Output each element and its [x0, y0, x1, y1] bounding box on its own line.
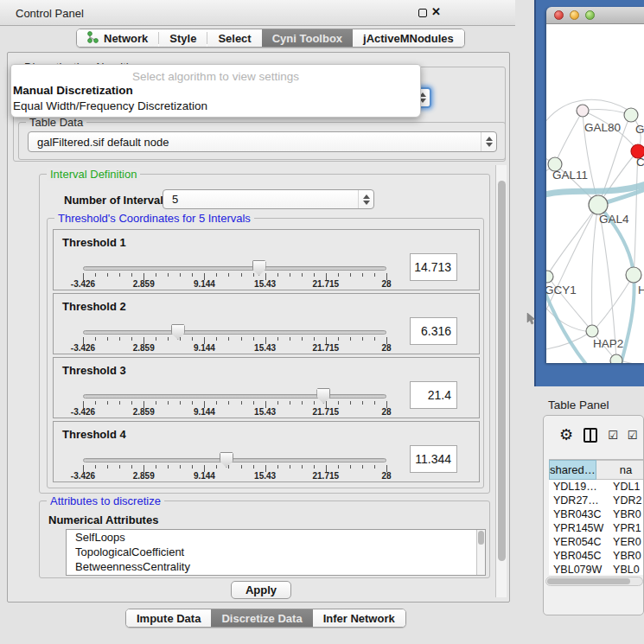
table-cell: YBR043C: [549, 507, 611, 521]
number-of-intervals-combobox[interactable]: 5: [163, 189, 374, 209]
threshold-slider-track[interactable]: [83, 266, 386, 271]
float-window-icon[interactable]: [418, 9, 427, 17]
combo-stepper-icon: [481, 132, 496, 151]
threshold-panel: Threshold 1-3.4262.8599.14415.4321.71528…: [53, 229, 480, 290]
dropdown-option[interactable]: Manual Discretization: [11, 83, 420, 99]
table-cell: YDL19…: [549, 480, 611, 494]
node-table[interactable]: shared…na YDL19…YDL1YDR27…YDR2YBR043CYBR…: [549, 459, 644, 575]
minimize-traffic-light-icon[interactable]: [570, 10, 579, 20]
scrollbar-thumb[interactable]: [547, 578, 630, 584]
gear-icon[interactable]: ⚙: [559, 427, 573, 443]
table-row[interactable]: YBR043CYBR0: [549, 507, 644, 521]
tab-label: Cyni Toolbox: [272, 32, 342, 45]
threshold-slider-track[interactable]: [83, 330, 386, 335]
table-row[interactable]: YER054CYER0: [549, 535, 644, 549]
network-edge[interactable]: [555, 111, 583, 164]
threshold-value-field[interactable]: 21.4: [410, 381, 457, 409]
table-data-value: galFiltered.sif default node: [29, 136, 481, 149]
table-row[interactable]: YDR27…YDR2: [549, 494, 644, 507]
network-edge[interactable]: [546, 205, 598, 320]
threshold-slider-track[interactable]: [83, 458, 386, 462]
tab-infer-network[interactable]: Infer Network: [313, 609, 405, 627]
tab-label: Impute Data: [137, 612, 201, 625]
node-label: HAP2: [593, 337, 623, 350]
tab-impute-data[interactable]: Impute Data: [126, 609, 211, 627]
tab-jactivemnodules[interactable]: jActiveMNodules: [353, 29, 464, 47]
zoom-traffic-light-icon[interactable]: [585, 10, 595, 20]
slider-tick-labels: -3.4262.8599.14415.4321.71528: [83, 471, 386, 481]
dropdown-placeholder: Select algorithm to view settings: [11, 65, 420, 83]
network-canvas[interactable]: GAL80GGAL11CGAL4GCY1HHAP2: [546, 24, 644, 363]
attribute-list-item[interactable]: BetweennessCentrality: [67, 559, 485, 574]
tab-style[interactable]: Style: [159, 29, 207, 47]
numerical-attributes-list[interactable]: SelfLoopsTopologicalCoefficientBetweenne…: [66, 529, 486, 576]
threshold-slider-track[interactable]: [83, 394, 386, 399]
table-row[interactable]: YBL079WYBL0: [549, 563, 644, 575]
table-row[interactable]: YPR145WYPR1: [549, 521, 644, 535]
tab-network[interactable]: Network: [77, 29, 158, 47]
tab-label: Discretize Data: [221, 612, 302, 625]
table-data-combobox[interactable]: galFiltered.sif default node: [28, 131, 497, 152]
table-cell: YBR0: [611, 507, 644, 521]
network-edge[interactable]: [592, 205, 598, 330]
hap2-node[interactable]: [586, 325, 598, 337]
threshold-panel: Threshold 3-3.4262.8599.14415.4321.71528…: [53, 357, 480, 418]
panel-vertical-scrollbar[interactable]: [495, 165, 507, 597]
tab-label: Infer Network: [323, 612, 395, 625]
table-row[interactable]: YBR045CYBR0: [549, 549, 644, 563]
control-panel-tabbar: NetworkStyleSelectCyni ToolboxjActiveMNo…: [76, 29, 465, 48]
control-panel-body: Discretization Algorithm Table Data galF…: [7, 52, 510, 603]
node-label: GCY1: [546, 284, 577, 296]
checkbox-icon[interactable]: ☑: [608, 429, 617, 442]
slider-tick-labels: -3.4262.8599.14415.4321.71528: [83, 343, 386, 354]
attribute-list-item[interactable]: TopologicalCoefficient: [67, 545, 485, 559]
node[interactable]: [624, 108, 638, 122]
attribute-list-item[interactable]: SelfLoops: [67, 530, 485, 545]
threshold-value-field[interactable]: 6.316: [410, 317, 457, 345]
table-panel-title: Table Panel: [548, 399, 609, 411]
node[interactable]: [626, 267, 641, 283]
dropdown-option[interactable]: Equal Width/Frequency Discretization: [11, 99, 420, 114]
tab-label: Select: [218, 32, 251, 45]
table-cell: YDR27…: [549, 494, 611, 507]
network-edge[interactable]: [634, 154, 638, 275]
thresholds-group-label: Threshold's Coordinates for 5 Intervals: [54, 212, 254, 225]
table-cell: YBR045C: [549, 549, 611, 563]
table-horizontal-scrollbar[interactable]: [545, 577, 643, 586]
tab-cyni-toolbox[interactable]: Cyni Toolbox: [262, 29, 353, 47]
checkbox-icon[interactable]: ☑: [628, 429, 637, 442]
split-columns-icon[interactable]: [583, 428, 597, 443]
attributes-group: Attributes to discretize Numerical Attri…: [39, 501, 490, 578]
table-row[interactable]: YDL19…YDL1: [549, 480, 644, 494]
interval-definition-group: Interval Definition Number of Intervals …: [39, 174, 490, 494]
table-cell: YBL0: [611, 563, 644, 575]
control-panel-title: Control Panel: [16, 7, 84, 20]
bottom-tabbar: Impute DataDiscretize DataInfer Network: [125, 609, 406, 628]
tab-discretize-data[interactable]: Discretize Data: [211, 609, 312, 627]
table-header-row[interactable]: shared…na: [549, 460, 644, 480]
column-header[interactable]: na: [596, 460, 644, 480]
threshold-value-field[interactable]: 14.713: [410, 253, 457, 281]
threshold-value-field[interactable]: 11.344: [410, 445, 457, 473]
apply-button[interactable]: Apply: [231, 581, 291, 599]
tab-select[interactable]: Select: [207, 29, 261, 47]
network-edge[interactable]: [547, 205, 598, 276]
pink-node[interactable]: [577, 105, 589, 117]
node[interactable]: [610, 354, 622, 363]
tab-label: Network: [104, 32, 148, 45]
close-icon[interactable]: ✕: [431, 5, 441, 18]
table-cell: YPR1: [611, 521, 644, 535]
gal4-node[interactable]: [589, 195, 608, 214]
threshold-label: Threshold 3: [62, 364, 126, 377]
table-cell: YDL1: [611, 480, 644, 494]
node[interactable]: [546, 271, 553, 283]
threshold-panel: Threshold 4-3.4262.8599.14415.4321.71528…: [53, 421, 480, 482]
scrollbar-thumb[interactable]: [498, 181, 506, 561]
scrollbar-thumb[interactable]: [478, 531, 484, 545]
close-traffic-light-icon[interactable]: [554, 10, 564, 20]
mouse-cursor: [526, 313, 537, 325]
column-header[interactable]: shared…: [549, 460, 596, 480]
table-cell: YPR145W: [549, 521, 611, 535]
list-scrollbar[interactable]: [476, 530, 485, 575]
node-label: H: [638, 284, 644, 296]
